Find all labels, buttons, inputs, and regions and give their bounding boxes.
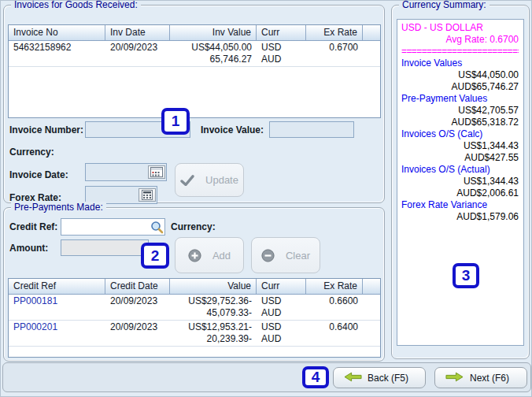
summary-avg-rate: Avg Rate: 0.6700	[401, 34, 519, 46]
back-arrow-icon	[344, 372, 362, 384]
invoice-row[interactable]: 54632158962 20/09/2023 US$44,050.00 65,7…	[9, 41, 380, 67]
minus-circle-icon	[261, 249, 275, 262]
col-invoice-no[interactable]: Invoice No	[9, 25, 105, 40]
prepay-currency-label: Currency:	[171, 221, 216, 232]
credit-ref-cell[interactable]: PP000181	[9, 295, 105, 320]
summary-group-label: Forex Rate Variance	[401, 199, 519, 211]
groupbox-prepayments: Pre-Payments Made: Credit Ref: Currency:…	[3, 207, 385, 362]
invoice-date-label: Invoice Date:	[9, 169, 68, 180]
back-button-label: Back (F5)	[362, 373, 425, 384]
empty-cell	[363, 295, 380, 320]
curr-cell: USD AUD	[257, 321, 306, 346]
clear-button[interactable]: Clear	[251, 237, 320, 273]
col-value[interactable]: Value	[170, 279, 257, 294]
next-arrow-icon	[445, 372, 464, 384]
calculator-button[interactable]	[139, 188, 156, 202]
groupbox-prepayments-title: Pre-Payments Made:	[11, 202, 106, 213]
summary-value: US$1,344.43	[401, 140, 519, 152]
summary-value: US$44,050.00	[401, 69, 519, 81]
checkmark-icon	[180, 175, 194, 186]
invoice-matching-window: Invoices for Goods Received: Invoice No …	[0, 0, 532, 397]
col-ex-rate[interactable]: Ex Rate	[306, 279, 363, 294]
value-cell: US$29,752.36- 45,079.33-	[170, 295, 257, 320]
inv-value-aud: 65,746.27	[175, 54, 252, 65]
callout-2: 2	[141, 243, 169, 269]
col-inv-date[interactable]: Inv Date	[105, 25, 170, 40]
summary-group-label: Invoices O/S (Actual)	[401, 164, 519, 176]
invoice-value-label: Invoice Value:	[201, 124, 264, 135]
invoice-value-input[interactable]	[269, 121, 354, 138]
amount-label: Amount:	[9, 243, 48, 254]
credit-ref-label: Credit Ref:	[9, 221, 57, 232]
col-ex-rate[interactable]: Ex Rate	[306, 25, 363, 40]
next-button-label: Next (F6)	[464, 373, 526, 384]
inv-value-cell: US$44,050.00 65,746.27	[170, 41, 257, 66]
value-aud: 20,239.39-	[175, 333, 252, 345]
curr-aud: AUD	[261, 54, 301, 65]
calendar-icon	[150, 167, 163, 177]
groupbox-currency-summary: Currency Summary: USD - US DOLLAR Avg Ra…	[391, 5, 530, 359]
summary-value: AUD$65,746.27	[401, 81, 519, 93]
calendar-button[interactable]	[148, 165, 165, 179]
invoice-no-cell: 54632158962	[9, 41, 105, 66]
summary-group-label: Invoices O/S (Calc)	[401, 128, 519, 140]
curr-aud: AUD	[261, 307, 301, 319]
callout-1: 1	[161, 108, 190, 135]
credit-ref-field[interactable]	[61, 218, 165, 236]
curr-usd: USD	[261, 295, 301, 307]
value-aud: 45,079.33-	[175, 307, 252, 319]
update-button[interactable]: Update	[175, 163, 244, 197]
inv-date-cell: 20/09/2023	[105, 41, 170, 66]
callout-3: 3	[453, 263, 479, 288]
amount-input[interactable]	[61, 239, 149, 256]
magnifier-icon	[150, 221, 164, 234]
summary-value: AUD$2,006.61	[401, 187, 519, 199]
prepayment-row[interactable]: PP000201 20/09/2023 US$12,953.21- 20,239…	[9, 321, 380, 347]
credit-ref-cell[interactable]: PP000201	[9, 321, 105, 346]
groupbox-invoices-title: Invoices for Goods Received:	[11, 0, 141, 10]
currency-summary-panel: USD - US DOLLAR Avg Rate: 0.6700 =======…	[397, 19, 524, 346]
summary-currency-name: USD - US DOLLAR	[401, 22, 519, 34]
ex-rate-cell: 0.6700	[306, 41, 363, 66]
summary-separator: =========================	[401, 46, 519, 58]
invoice-number-label: Invoice Number:	[9, 124, 83, 135]
col-inv-value[interactable]: Inv Value	[170, 25, 257, 40]
curr-usd: USD	[261, 321, 301, 333]
ex-rate-cell: 0.6400	[306, 321, 363, 346]
value-cell: US$12,953.21- 20,239.39-	[170, 321, 257, 346]
prepayments-table[interactable]: Credit Ref Credit Date Value Curr Ex Rat…	[8, 278, 381, 358]
summary-value: US$1,344.43	[401, 176, 519, 187]
value-usd: US$12,953.21-	[175, 321, 252, 333]
col-curr[interactable]: Curr	[257, 279, 306, 294]
summary-value: AUD$427.55	[401, 152, 519, 164]
prepayment-row[interactable]: PP000181 20/09/2023 US$29,752.36- 45,079…	[9, 295, 380, 321]
value-usd: US$29,752.36-	[175, 295, 252, 307]
empty-cell	[363, 321, 380, 346]
add-button-label: Add	[212, 250, 231, 262]
credit-date-cell: 20/09/2023	[105, 321, 170, 346]
col-credit-date[interactable]: Credit Date	[105, 279, 170, 294]
curr-cell: USD AUD	[257, 295, 306, 320]
invoice-date-field[interactable]	[85, 163, 167, 181]
plus-circle-icon	[188, 249, 201, 262]
col-credit-ref[interactable]: Credit Ref	[9, 279, 105, 294]
add-button[interactable]: Add	[175, 237, 244, 273]
groupbox-invoices-received: Invoices for Goods Received: Invoice No …	[3, 5, 385, 203]
update-button-label: Update	[205, 174, 238, 186]
col-empty	[363, 279, 380, 294]
inv-value-usd: US$44,050.00	[175, 42, 252, 54]
next-button[interactable]: Next (F6)	[434, 367, 527, 388]
back-button[interactable]: Back (F5)	[333, 367, 426, 388]
clear-button-label: Clear	[286, 250, 310, 262]
curr-cell: USD AUD	[257, 41, 306, 66]
col-empty	[363, 25, 380, 40]
empty-cell	[363, 41, 380, 66]
col-curr[interactable]: Curr	[257, 25, 306, 40]
summary-value: AUD$65,318.72	[401, 117, 519, 128]
prepayments-table-header: Credit Ref Credit Date Value Curr Ex Rat…	[9, 279, 380, 295]
summary-group-label: Pre-Payment Values	[401, 93, 519, 105]
curr-aud: AUD	[261, 333, 301, 345]
calculator-icon	[142, 190, 153, 200]
invoices-table[interactable]: Invoice No Inv Date Inv Value Curr Ex Ra…	[8, 24, 381, 118]
credit-ref-search-button[interactable]	[149, 219, 164, 235]
